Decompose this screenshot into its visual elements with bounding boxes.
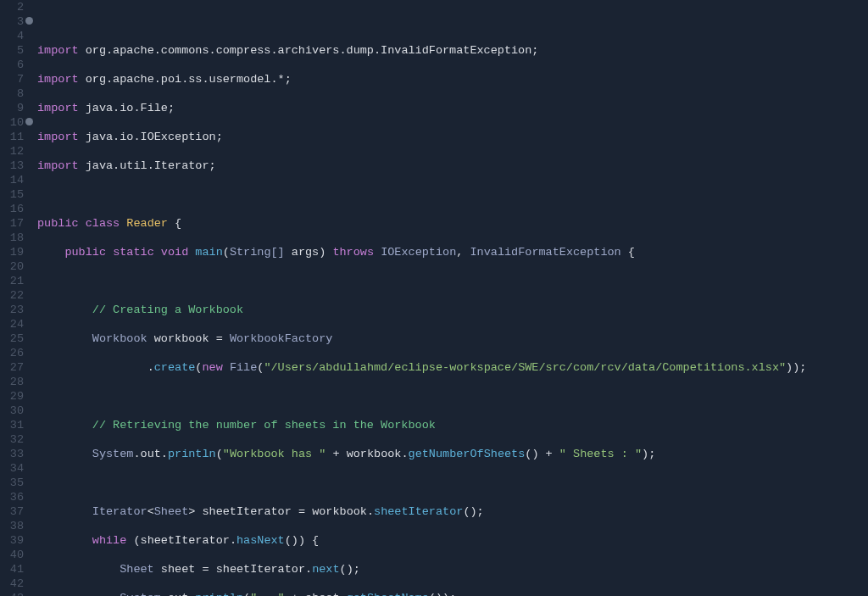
line-number: 7 (0, 72, 25, 86)
line-number: 14 (0, 173, 25, 187)
line-number: 37 (0, 504, 25, 519)
line-number: 26 (0, 346, 25, 360)
code-line (37, 14, 868, 29)
code-line: public class Reader { (37, 216, 868, 231)
code-line: import org.apache.poi.ss.usermodel.*; (37, 72, 868, 86)
line-number: 17 (0, 216, 25, 231)
code-line (37, 389, 868, 404)
line-number: 35 (0, 476, 25, 490)
line-number: 27 (0, 360, 25, 375)
line-number: 22 (0, 288, 25, 303)
line-number: 34 (0, 461, 25, 476)
code-line: Workbook workbook = WorkbookFactory (37, 331, 868, 346)
line-number: 28 (0, 375, 25, 389)
code-editor[interactable]: 2 3 4 5 6 7 8 9 10 11 12 13 14 15 16 17 … (0, 0, 868, 596)
code-line: // Creating a Workbook (37, 303, 868, 317)
line-number: 32 (0, 432, 25, 447)
code-area[interactable]: import org.apache.commons.compress.archi… (27, 0, 868, 596)
line-number: 10 (0, 115, 25, 130)
code-line: System.out.println(" - " + sheet.getShee… (37, 591, 868, 596)
line-number: 8 (0, 86, 25, 101)
code-line: .create(new File("/Users/abdullahmd/ecli… (37, 360, 868, 375)
code-line (37, 274, 868, 288)
code-line: Sheet sheet = sheetIterator.next(); (37, 562, 868, 577)
code-line: while (sheetIterator.hasNext()) { (37, 533, 868, 548)
line-number: 3 (0, 14, 25, 29)
line-number: 23 (0, 303, 25, 317)
code-line: Iterator<Sheet> sheetIterator = workbook… (37, 504, 868, 519)
line-number: 25 (0, 331, 25, 346)
line-number: 38 (0, 519, 25, 533)
line-number: 13 (0, 159, 25, 173)
line-number: 6 (0, 58, 25, 72)
line-number: 11 (0, 130, 25, 144)
line-number: 12 (0, 144, 25, 159)
line-number: 33 (0, 447, 25, 461)
line-number: 30 (0, 404, 25, 418)
line-number: 21 (0, 274, 25, 288)
code-line: import java.io.File; (37, 101, 868, 115)
code-line (37, 476, 868, 490)
line-number: 39 (0, 533, 25, 548)
line-number: 42 (0, 577, 25, 591)
code-line (37, 187, 868, 202)
line-number: 16 (0, 202, 25, 216)
code-line: // Retrieving the number of sheets in th… (37, 418, 868, 432)
line-number: 41 (0, 562, 25, 577)
code-line: public static void main(String[] args) t… (37, 245, 868, 259)
line-number: 31 (0, 418, 25, 432)
line-number: 36 (0, 490, 25, 504)
line-number: 2 (0, 0, 25, 14)
line-number: 4 (0, 29, 25, 43)
code-line: import java.util.Iterator; (37, 159, 868, 173)
code-line: import java.io.IOException; (37, 130, 868, 144)
line-number: 9 (0, 101, 25, 115)
line-number: 19 (0, 245, 25, 259)
line-number: 29 (0, 389, 25, 404)
line-number-gutter: 2 3 4 5 6 7 8 9 10 11 12 13 14 15 16 17 … (0, 0, 27, 596)
line-number: 5 (0, 43, 25, 58)
line-number: 40 (0, 548, 25, 562)
line-number: 20 (0, 259, 25, 274)
code-line: import org.apache.commons.compress.archi… (37, 43, 868, 58)
line-number: 24 (0, 317, 25, 331)
line-number: 18 (0, 231, 25, 245)
line-number: 15 (0, 187, 25, 202)
code-line: System.out.println("Workbook has " + wor… (37, 447, 868, 461)
line-number: 43 (0, 591, 25, 596)
